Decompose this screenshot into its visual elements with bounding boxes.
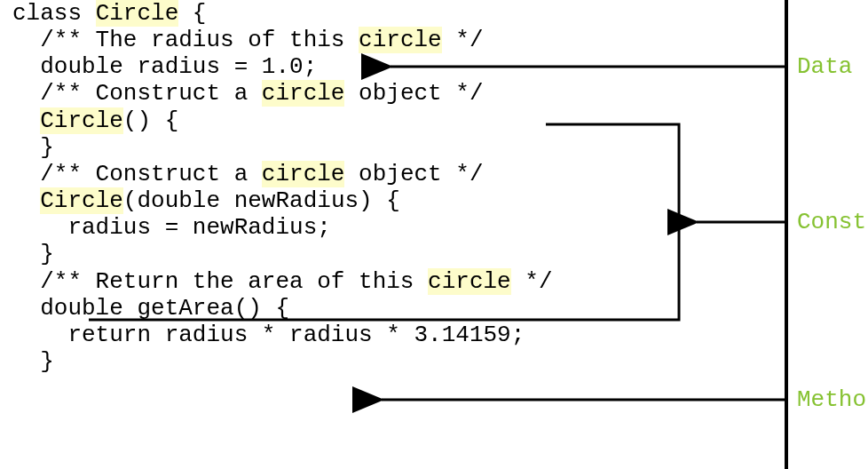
diagram-stage: class Circle { /** The radius of this ci…: [0, 0, 868, 469]
code-line: Circle() {: [12, 107, 785, 134]
highlight-circle: Circle: [96, 0, 179, 27]
code-text: /** Return the area of this: [12, 268, 428, 295]
highlight-circle: Circle: [40, 187, 123, 214]
code-text: (double newRadius) {: [123, 187, 400, 214]
code-text: class: [12, 0, 96, 27]
code-text: /** Construct a: [12, 161, 262, 187]
highlight-circle: circle: [359, 27, 442, 53]
highlight-circle: Circle: [40, 107, 123, 134]
code-text: */: [442, 27, 484, 53]
code-text: [12, 187, 40, 214]
code-text: object */: [344, 80, 483, 107]
code-text: /** The radius of this: [12, 27, 359, 53]
code-text: object */: [344, 161, 483, 187]
code-line: radius = newRadius;: [12, 214, 785, 241]
highlight-circle: circle: [262, 161, 345, 187]
code-text: */: [511, 268, 553, 295]
highlight-circle: circle: [262, 80, 345, 107]
code-box: class Circle { /** The radius of this ci…: [0, 0, 788, 469]
code-line: return radius * radius * 3.14159;: [12, 322, 785, 348]
code-line: class Circle {: [12, 0, 785, 27]
label-data: Data: [797, 53, 852, 80]
code-line: /** Construct a circle object */: [12, 80, 785, 107]
code-text: [12, 107, 40, 134]
code-text: {: [178, 0, 206, 27]
code-line: Circle(double newRadius) {: [12, 187, 785, 214]
label-method: Metho: [797, 386, 866, 413]
code-line: /** Construct a circle object */: [12, 161, 785, 187]
code-line: /** The radius of this circle */: [12, 27, 785, 53]
code-line: double getArea() {: [12, 295, 785, 322]
code-line: /** Return the area of this circle */: [12, 268, 785, 295]
code-line: double radius = 1.0;: [12, 53, 785, 80]
code-line: }: [12, 241, 785, 267]
code-line: }: [12, 348, 785, 375]
label-constructors: Const: [797, 209, 866, 235]
code-text: () {: [123, 107, 178, 134]
code-text: /** Construct a: [12, 80, 262, 107]
highlight-circle: circle: [428, 268, 511, 295]
code-line: }: [12, 134, 785, 161]
